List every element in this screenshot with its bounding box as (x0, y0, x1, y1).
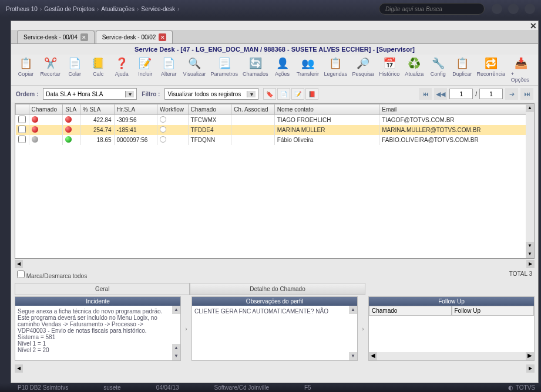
tool-alterar[interactable]: 📄Alterar (157, 56, 180, 84)
filter-edit-icon[interactable]: 📝 (291, 88, 304, 100)
ordem-dropdown[interactable]: Data SLA + Hora SLA (43, 88, 137, 100)
breadcrumb-item[interactable]: Service-desk (141, 6, 175, 12)
sla-dot (65, 126, 72, 133)
sla-dot (65, 116, 72, 123)
followup-col: Chamado (369, 306, 452, 316)
breadcrumb-item[interactable]: Atualizações (101, 6, 135, 12)
filtro-label: Filtro : (142, 91, 160, 97)
brand-logo: ◐ (508, 384, 513, 391)
tool-label: Recortar (40, 71, 61, 77)
check-all[interactable]: Marca/Desmarca todos (17, 271, 87, 279)
column-header[interactable]: Email (379, 104, 534, 115)
tool-transferir[interactable]: 👥Transferir (294, 56, 322, 84)
tool-icon: 🔍 (187, 57, 201, 70)
check-all-box[interactable] (17, 271, 25, 278)
user-icon[interactable] (525, 4, 535, 14)
tool-recorrência[interactable]: 🔁Recorrência (475, 56, 508, 84)
splitter-icon[interactable]: › (360, 296, 366, 361)
column-header[interactable]: Workflow (157, 104, 189, 115)
scroll-down-icon[interactable]: ▼ (526, 242, 534, 250)
splitter-icon[interactable]: › (183, 296, 189, 361)
tab-detalhe[interactable]: Detalhe do Chamado (190, 283, 365, 295)
panel-followup: Follow Up Chamado Follow Up ◀ ▶ (368, 296, 535, 361)
tool-copiar[interactable]: 📋Copiar (14, 56, 38, 84)
tab-close-icon[interactable]: ✕ (80, 33, 88, 41)
tool-icon: 📋 (328, 57, 342, 70)
tool-visualizar[interactable]: 🔍Visualizar (180, 56, 208, 84)
search-input[interactable] (379, 3, 485, 15)
nav-prev-icon[interactable]: ◀◀ (434, 88, 447, 100)
tool-calc[interactable]: 📒Calc (86, 56, 110, 84)
tool-label: Recorrência (476, 71, 505, 77)
tool-ajuda[interactable]: ❓Ajuda (110, 56, 133, 84)
nav-next-icon[interactable]: ➔ (505, 88, 518, 100)
help-icon[interactable] (492, 4, 502, 14)
breadcrumb-item[interactable]: Gestão de Projetos (44, 6, 95, 12)
tool-label: Ajuda (115, 71, 129, 77)
vertical-scrollbar[interactable]: ▲ ▼ ▼ (526, 104, 534, 258)
tab-label: Service-desk - 00/04 (23, 34, 78, 40)
scroll-left-icon[interactable]: ◀ (15, 364, 23, 373)
tool-+ opções[interactable]: 📥+ Opções (508, 56, 535, 84)
row-checkbox[interactable] (18, 136, 26, 143)
tool-duplicar[interactable]: 📋Duplicar (450, 56, 475, 84)
tool-icon: 🔁 (484, 57, 498, 70)
column-header[interactable] (16, 104, 29, 115)
column-header[interactable]: % SLA (80, 104, 114, 115)
tool-parametros[interactable]: 📃Parametros (209, 56, 240, 84)
scroll-up-icon[interactable]: ▲ (526, 104, 534, 112)
tool-legendas[interactable]: 📋Legendas (321, 56, 350, 84)
tool-label: Transferir (297, 71, 319, 77)
scroll-down2-icon[interactable]: ▼ (526, 250, 534, 258)
filter-remove-icon[interactable]: 📕 (305, 88, 318, 100)
nav-last-icon[interactable]: ⏭ (520, 88, 533, 100)
tool-incluir[interactable]: 📝Incluir (133, 56, 157, 84)
window-tabs: Service-desk - 00/04 ✕ Service-desk - 00… (11, 30, 538, 44)
filter-apply-icon[interactable]: 🔖 (263, 88, 276, 100)
horizontal-scrollbar[interactable]: ◀ ▶ (15, 260, 535, 268)
alert-icon[interactable] (508, 4, 519, 14)
column-header[interactable]: Chamado (188, 104, 231, 115)
nav-first-icon[interactable]: ⏮ (419, 88, 432, 100)
page-current-input[interactable] (449, 89, 473, 99)
table-row[interactable]: 422.84-309:56TFCWMXTIAGO FROEHLICHTIAGOF… (16, 115, 534, 126)
tab-geral[interactable]: Geral (15, 283, 190, 295)
column-header[interactable]: Chamado (29, 104, 63, 115)
tool-chamados[interactable]: 🔄Chamados (240, 56, 271, 84)
tool-colar[interactable]: 📄Colar (63, 56, 86, 84)
tool-icon: 🔄 (248, 57, 263, 70)
filter-add-icon[interactable]: 📄 (277, 88, 290, 100)
tool-atualiza[interactable]: ♻️Atualiza (402, 56, 426, 84)
tab-close-icon[interactable]: ✕ (159, 33, 166, 41)
scroll-left-icon[interactable]: ◀ (15, 260, 23, 268)
scroll-right-icon[interactable]: ▶ (526, 364, 535, 373)
tool-pesquisa[interactable]: 🔎Pesquisa (350, 56, 377, 84)
tool-icon: 👤 (275, 57, 290, 70)
close-icon[interactable]: ✕ (530, 21, 537, 31)
tool-recortar[interactable]: ✂️Recortar (38, 56, 63, 84)
column-header[interactable]: Hr.SLA (114, 104, 157, 115)
column-header[interactable]: SLA (63, 104, 80, 115)
breadcrumb-item[interactable]: Protheus 10 (6, 6, 38, 12)
column-header[interactable]: Ch. Associad (231, 104, 275, 115)
row-checkbox[interactable] (18, 126, 26, 133)
tool-label: Incluir (138, 71, 152, 77)
tool-icon: 📃 (217, 57, 231, 70)
scroll-right-icon[interactable]: ▶ (526, 260, 535, 268)
tool-label: Parametros (211, 71, 238, 77)
tool-icon: 📄 (162, 57, 176, 70)
tab[interactable]: Service-desk - 00/04 ✕ (17, 31, 95, 43)
table-row[interactable]: 254.74-185:41TFDDE4MARINA MÜLLERMARINA.M… (16, 125, 534, 135)
tool-ações[interactable]: 👤Ações (271, 56, 294, 84)
row-checkbox[interactable] (18, 116, 26, 123)
column-header[interactable]: Nome contato (274, 104, 379, 115)
panel-hscroll[interactable]: ◀ ▶ (369, 352, 534, 360)
tool-config[interactable]: 🔧Config (426, 56, 450, 84)
status-brand: TOTVS (516, 384, 535, 391)
filtro-dropdown[interactable]: Visualizar todos os registros (164, 88, 258, 100)
tab[interactable]: Service-desk - 00/02 ✕ (96, 31, 173, 43)
tool-histórico[interactable]: 📅Histórico (377, 56, 402, 84)
table-row[interactable]: 18.650000097:56TFDQNNFábio OliveiraFABIO… (16, 135, 534, 145)
status-db: P10 DB2 Ssimtotvs (0, 384, 86, 391)
bottom-hscroll[interactable]: ◀ ▶ (15, 364, 535, 373)
